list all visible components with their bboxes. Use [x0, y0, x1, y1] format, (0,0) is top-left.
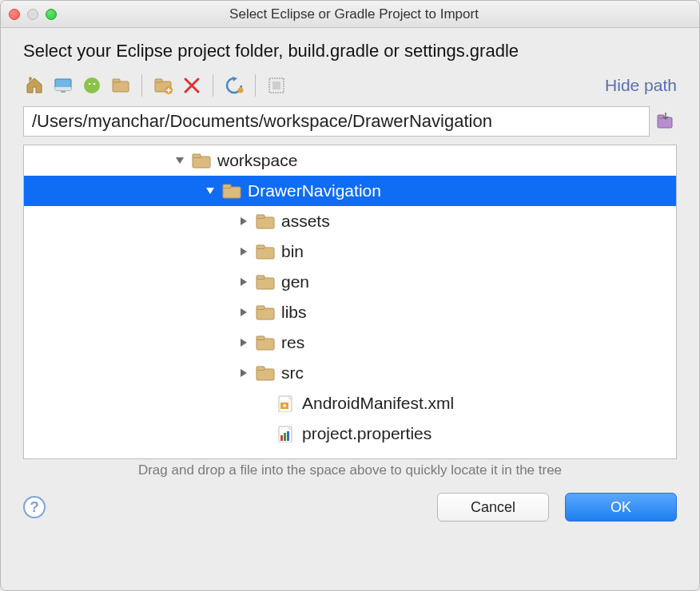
tree-row[interactable]: bin: [24, 236, 676, 267]
folder-icon: [256, 212, 275, 230]
ok-button[interactable]: OK: [565, 493, 677, 522]
window-title: Select Eclipse or Gradle Project to Impo…: [73, 6, 691, 22]
dialog-window: Select Eclipse or Gradle Project to Impo…: [0, 0, 700, 591]
folder-icon: [256, 273, 275, 291]
traffic-lights: [9, 9, 57, 20]
toolbar-divider: [213, 74, 213, 97]
properties-icon: [276, 425, 296, 442]
drag-drop-hint: Drag and drop a file into the space abov…: [1, 459, 699, 486]
folder-icon: [256, 303, 275, 321]
close-window-button[interactable]: [9, 9, 20, 20]
expand-arrow-down-icon[interactable]: [205, 185, 216, 196]
tree-item-label: project.properties: [302, 424, 432, 443]
tree-item-label: AndroidManifest.xml: [302, 394, 454, 413]
open-path-icon[interactable]: [654, 110, 677, 133]
tree-row[interactable]: assets: [24, 206, 676, 236]
desktop-icon[interactable]: [52, 74, 74, 97]
tree-row[interactable]: workspace: [24, 145, 676, 176]
hide-path-link[interactable]: Hide path: [605, 76, 677, 95]
tree-row[interactable]: project.properties: [24, 418, 676, 449]
tree-row[interactable]: src: [24, 358, 676, 388]
home-icon[interactable]: [23, 74, 46, 97]
folder-icon: [222, 182, 241, 200]
instruction-text: Select your Eclipse project folder, buil…: [1, 28, 699, 66]
footer: ? Cancel OK: [1, 486, 699, 536]
tree-row[interactable]: gen: [24, 267, 676, 297]
folder-icon: [256, 334, 275, 351]
expand-arrow-right-icon[interactable]: [238, 367, 249, 379]
tree-item-label: bin: [281, 242, 304, 261]
folder-icon: [256, 243, 275, 260]
cancel-button[interactable]: Cancel: [437, 493, 549, 522]
tree-row[interactable]: res: [24, 327, 676, 358]
delete-icon[interactable]: [181, 74, 203, 97]
minimize-window-button: [27, 9, 38, 20]
tree-item-label: gen: [281, 272, 309, 292]
expand-arrow-right-icon[interactable]: [238, 216, 249, 227]
tree-row[interactable]: libs: [24, 297, 676, 327]
expand-arrow-down-icon[interactable]: [174, 155, 185, 166]
new-module-icon[interactable]: [152, 74, 174, 97]
tree-item-label: libs: [281, 303, 307, 322]
toolbar-divider: [255, 74, 256, 97]
expand-arrow-right-icon[interactable]: [238, 246, 249, 257]
folder-icon: [192, 152, 211, 169]
android-studio-icon[interactable]: [81, 74, 103, 97]
toolbar-divider: [141, 74, 142, 97]
tree-item-label: src: [281, 363, 304, 383]
file-tree[interactable]: workspaceDrawerNavigationassetsbingenlib…: [23, 145, 677, 459]
expand-arrow-right-icon[interactable]: [238, 337, 249, 348]
toolbar: Hide path: [23, 71, 677, 100]
expand-arrow-right-icon[interactable]: [238, 307, 249, 318]
path-input[interactable]: [23, 106, 650, 137]
tree-row[interactable]: AndroidManifest.xml: [24, 388, 676, 418]
tree-item-label: DrawerNavigation: [248, 181, 381, 200]
new-folder-icon[interactable]: [109, 74, 132, 97]
folder-icon: [256, 364, 275, 382]
expand-arrow-right-icon[interactable]: [238, 276, 249, 288]
manifest-icon: [276, 395, 296, 412]
help-button[interactable]: ?: [23, 496, 46, 518]
zoom-window-button[interactable]: [46, 9, 57, 20]
titlebar: Select Eclipse or Gradle Project to Impo…: [1, 1, 699, 28]
show-hidden-icon[interactable]: [265, 74, 288, 97]
refresh-icon[interactable]: [223, 74, 245, 97]
tree-item-label: workspace: [217, 151, 297, 170]
tree-row-selected[interactable]: DrawerNavigation: [24, 176, 676, 206]
tree-item-label: res: [281, 333, 304, 352]
tree-item-label: assets: [281, 212, 330, 231]
